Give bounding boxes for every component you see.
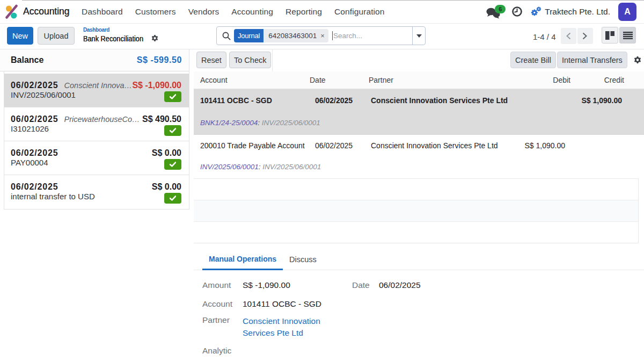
line-row-2: internal transfer to USD: [11, 192, 181, 204]
menu-vendors[interactable]: Vendors: [182, 7, 225, 17]
line-date: 06/02/2025: [11, 182, 58, 192]
search-bar[interactable]: Journal 642083463001 × Search...: [216, 26, 426, 45]
company-name[interactable]: Traktech Pte. Ltd.: [545, 7, 610, 17]
tab-discuss[interactable]: Discuss: [283, 249, 323, 270]
list-view-icon: [623, 32, 633, 39]
form-row-partner: Partner Conscient Innovation Services Pt…: [202, 313, 644, 341]
menu-dashboard[interactable]: Dashboard: [76, 7, 129, 17]
list-view-button[interactable]: [619, 27, 636, 44]
cell-credit: S$ 1,090.00: [572, 96, 625, 105]
col-date[interactable]: Date: [310, 76, 365, 84]
partner-label: Partner: [202, 315, 243, 325]
col-partner[interactable]: Partner: [365, 76, 500, 84]
manual-operations-form: Amount S$ -1,090.00 Date 06/02/2025 Acco…: [194, 270, 644, 360]
line-date: 06/02/2025: [11, 114, 58, 124]
navbar-left: Accounting Dashboard Customers Vendors A…: [0, 0, 391, 23]
search-options-toggle[interactable]: [412, 27, 425, 45]
move-reference-link[interactable]: INV/2025/06/0001: [200, 163, 259, 171]
partner-value-wrap: Conscient Innovation Services Pte Ltd: [243, 315, 352, 339]
menu-customers[interactable]: Customers: [129, 7, 182, 17]
to-check-button[interactable]: To Check: [229, 52, 271, 68]
tab-manual-operations[interactable]: Manual Operations: [202, 249, 283, 270]
search-facet-category: Journal: [234, 29, 264, 42]
menu-reporting[interactable]: Reporting: [279, 7, 328, 17]
breadcrumb-dashboard-link[interactable]: Dashboard: [83, 26, 158, 33]
messages-button[interactable]: 6: [486, 4, 501, 19]
line-row-1: 06/02/2025 Conscient Innova… S$ -1,090.0…: [11, 81, 181, 90]
messages-count-badge: 6: [495, 5, 506, 13]
kanban-view-button[interactable]: [602, 27, 618, 44]
col-debit[interactable]: Debit: [500, 76, 572, 84]
col-credit[interactable]: Credit: [572, 76, 625, 84]
create-bill-button[interactable]: Create Bill: [510, 52, 556, 68]
statement-line-item[interactable]: 06/02/2025 S$ 0.00 PAY00004: [4, 141, 189, 175]
internal-transfers-button[interactable]: Internal Transfers: [557, 52, 627, 68]
action-gear-icon[interactable]: [151, 34, 158, 44]
search-icon: [222, 32, 231, 40]
facet-remove-icon[interactable]: ×: [320, 32, 325, 40]
settings-gears-button[interactable]: [531, 6, 541, 17]
upload-button[interactable]: Upload: [38, 27, 75, 45]
chevron-left-icon: [566, 32, 571, 40]
line-row-1: 06/02/2025 S$ 0.00: [11, 182, 181, 192]
table-settings-gear-icon[interactable]: [634, 56, 641, 66]
view-switcher: [602, 27, 636, 44]
statement-line-list: 06/02/2025 Conscient Innova… S$ -1,090.0…: [4, 71, 189, 210]
activities-button[interactable]: [512, 6, 522, 17]
move-line-row[interactable]: 101411 OCBC - SGD 06/02/2025 Conscient I…: [194, 89, 644, 135]
line-row-1: 06/02/2025 S$ 0.00: [11, 148, 181, 158]
search-input[interactable]: Search...: [333, 32, 412, 40]
reset-button[interactable]: Reset: [196, 52, 226, 68]
text-cursor: [332, 31, 333, 40]
content: Balance S$ -599.50 06/02/2025 Conscient …: [0, 49, 644, 361]
cell-date: 06/02/2025: [310, 96, 365, 105]
date-label: Date: [352, 280, 379, 290]
analytic-label: Analytic: [202, 346, 243, 356]
pager-next-button[interactable]: [577, 28, 593, 44]
line-amount: S$ -1,090.00: [132, 81, 181, 90]
user-avatar[interactable]: A: [618, 3, 636, 21]
validate-button[interactable]: [164, 91, 181, 102]
chevron-right-icon: [582, 32, 588, 40]
new-button[interactable]: New: [7, 27, 33, 45]
statement-line-item[interactable]: 06/02/2025 PricewaterhouseCo… S$ 490.50 …: [4, 107, 189, 141]
validate-button[interactable]: [164, 125, 181, 136]
statement-line-item[interactable]: 06/02/2025 Conscient Innova… S$ -1,090.0…: [4, 74, 189, 107]
pager-range: 1-4 / 4: [533, 32, 556, 41]
cell-date: 06/02/2025: [310, 141, 365, 150]
validate-button[interactable]: [164, 193, 181, 204]
amount-value[interactable]: S$ -1,090.00: [243, 280, 352, 290]
table-header: Account Date Partner Debit Credit: [194, 71, 644, 89]
move-line-row[interactable]: 200010 Trade Payable Account 06/02/2025 …: [194, 135, 644, 178]
menu-configuration[interactable]: Configuration: [328, 7, 391, 17]
breadcrumb: Dashboard Bank Reconciliation: [83, 26, 158, 44]
app-name[interactable]: Accounting: [23, 6, 70, 17]
col-account[interactable]: Account: [194, 76, 310, 84]
partner-link[interactable]: Conscient Innovation Services Pte Ltd: [243, 315, 328, 339]
cell-account: 200010 Trade Payable Account: [194, 141, 310, 150]
reconciliation-panel: Reset To Check Create Bill Internal Tran…: [194, 49, 644, 361]
menu-accounting[interactable]: Accounting: [225, 7, 280, 17]
balance-amount: S$ -599.50: [137, 55, 182, 65]
app-logo-icon[interactable]: [5, 4, 19, 19]
balance-label: Balance: [11, 55, 43, 65]
validate-button[interactable]: [164, 159, 181, 170]
amount-label: Amount: [202, 280, 243, 290]
line-amount: S$ 0.00: [152, 148, 181, 158]
pager-previous-button[interactable]: [561, 28, 576, 44]
actions-divider: [272, 49, 273, 71]
check-icon: [170, 162, 176, 167]
check-icon: [170, 94, 176, 99]
statement-line-item[interactable]: 06/02/2025 S$ 0.00 internal transfer to …: [4, 175, 189, 209]
account-value[interactable]: 101411 OCBC - SGD: [243, 299, 352, 309]
empty-table-row: [194, 222, 638, 243]
move-reference-link[interactable]: BNK1/24-25/0004: [200, 119, 258, 127]
empty-table-row: [194, 179, 638, 200]
line-amount: S$ 0.00: [152, 182, 181, 192]
line-row-2: PAY00004: [11, 158, 181, 170]
cell-account: 101411 OCBC - SGD: [194, 96, 310, 105]
line-partner: Conscient Innova…: [64, 81, 133, 90]
date-value[interactable]: 06/02/2025: [379, 280, 488, 290]
move-line-subline: BNK1/24-25/0004: INV/2025/06/0001: [194, 112, 644, 134]
line-label: INV/2025/06/0001: [11, 90, 164, 99]
